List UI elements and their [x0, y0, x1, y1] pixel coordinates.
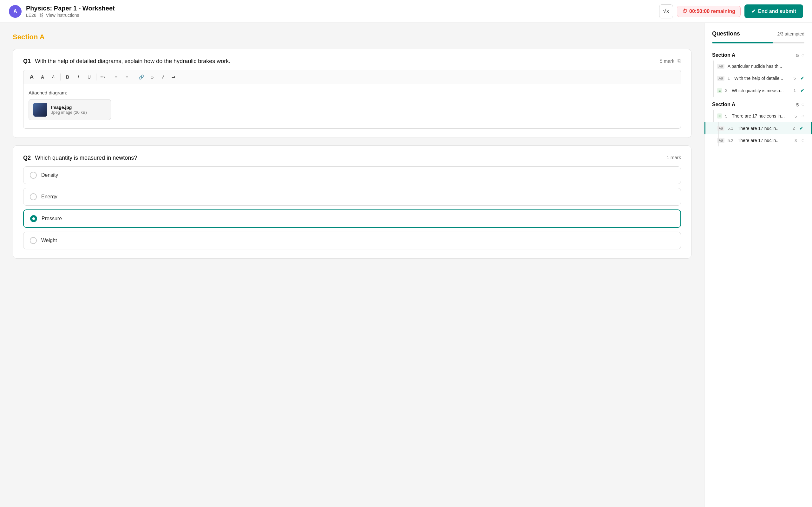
sidebar-item-q5-1-num: 5.1	[728, 126, 733, 130]
toolbar-bold[interactable]: B	[62, 72, 72, 82]
option-density-label: Density	[41, 172, 58, 178]
toolbar-math[interactable]: √	[158, 72, 168, 82]
sidebar-item-q2-status: ✔	[800, 88, 804, 94]
question-meta-q2: 1 mark	[666, 155, 681, 160]
sidebar-item-q5-num: 5	[725, 114, 727, 118]
toolbar-emoji[interactable]: ☺	[147, 72, 157, 82]
worksheet-code: LE28	[26, 13, 37, 18]
main-layout: Section A Q1 With the help of detailed d…	[0, 23, 812, 507]
toolbar-align-dropdown: ≡ ▾	[98, 73, 107, 81]
sidebar-item-q2-icon: ≡	[717, 88, 722, 93]
header-subtitle: LE28 ⛓ View instructions	[26, 13, 115, 18]
header-title-block: Physics: Paper 1 - Worksheet LE28 ⛓ View…	[26, 5, 115, 18]
option-energy[interactable]: Energy	[23, 188, 681, 206]
toolbar-font-medium[interactable]: A	[38, 72, 48, 82]
view-instructions-link[interactable]: View instructions	[46, 13, 79, 18]
sidebar-item-q2-num: 2	[725, 88, 727, 93]
toolbar-bullet-list[interactable]: ≡	[111, 72, 121, 82]
question-meta-q1: 5 mark ⧉	[660, 58, 681, 64]
sidebar-item-q5-1-status: ✔	[799, 125, 803, 131]
sidebar-item-nuclide-text: A particular nuclide has th...	[728, 64, 804, 69]
sidebar-section-a-2-label: Section A	[712, 102, 735, 107]
content-area: Section A Q1 With the help of detailed d…	[0, 23, 704, 507]
sidebar-item-q5-2-marks: 3	[795, 138, 797, 143]
editor-toolbar: A A A B I U ≡ ▾ ≡ ≡ 🔗 ☺ √ ⇌	[23, 70, 681, 84]
question-marks-q2: 1 mark	[666, 155, 681, 160]
sidebar-title: Questions	[712, 31, 740, 37]
image-thumb-visual	[33, 103, 47, 117]
sidebar-item-q1[interactable]: Aa 1 With the help of detaile... 5 ✔	[705, 72, 812, 84]
sidebar-item-q1-marks: 5	[794, 76, 796, 80]
sidebar-section-a-2-status: ○	[801, 102, 804, 107]
toolbar-align-btn[interactable]: ≡ ▾	[98, 73, 107, 81]
sidebar-section-a-2-marks: 5	[796, 102, 799, 107]
sidebar-progress-fill	[712, 42, 773, 43]
indent-line-q5	[713, 110, 714, 122]
toolbar-underline[interactable]: U	[84, 72, 94, 82]
toolbar-link[interactable]: 🔗	[136, 72, 146, 82]
sidebar-item-q5[interactable]: ≡ 5 There are 17 nucleons in... 5 ○	[705, 110, 812, 122]
sidebar-section-a-2: Section A 5 ○	[705, 99, 812, 110]
indent-line-q2	[713, 84, 714, 97]
option-density[interactable]: Density	[23, 166, 681, 184]
radio-energy	[30, 193, 37, 200]
question-card-q1: Q1 With the help of detailed diagrams, e…	[13, 49, 692, 138]
sidebar-section-a-1-label: Section A	[712, 52, 735, 58]
sidebar-item-q5-1[interactable]: Aa 5.1 There are 17 nuclin... 2 ✔	[705, 122, 812, 134]
question-header-q2: Q2 Which quantity is measured in newtons…	[23, 155, 681, 161]
sqrt-button[interactable]: √x	[659, 4, 673, 18]
editor-area-q1[interactable]: Attached diagram: Image.jpg Jpeg image (…	[23, 84, 681, 129]
radio-density	[30, 172, 37, 179]
sidebar-item-q2-marks: 1	[794, 88, 796, 93]
sidebar-item-q1-num: 1	[728, 76, 730, 80]
image-attachment: Image.jpg Jpeg image (20 kB)	[29, 99, 111, 120]
option-weight[interactable]: Weight	[23, 232, 681, 249]
toolbar-special[interactable]: ⇌	[168, 72, 179, 82]
sidebar-item-nuclide-icon: Aa	[717, 64, 724, 69]
question-marks-q1: 5 mark	[660, 58, 674, 64]
end-submit-button[interactable]: ✔ End and submit	[745, 4, 803, 18]
check-icon: ✔	[751, 8, 756, 14]
radio-weight	[30, 237, 37, 244]
sidebar-item-q5-2-text: There are 17 nuclin...	[738, 138, 792, 143]
image-thumbnail	[33, 103, 47, 117]
image-name: Image.jpg	[51, 105, 87, 110]
indent-line-q5-2	[718, 134, 719, 147]
question-title-q2: Q2 Which quantity is measured in newtons…	[23, 155, 137, 161]
option-pressure[interactable]: Pressure	[23, 210, 681, 228]
question-card-q2: Q2 Which quantity is measured in newtons…	[13, 146, 692, 259]
indent-line-q5-1	[718, 122, 719, 134]
sidebar-item-q2[interactable]: ≡ 2 Which quantity is measu... 1 ✔	[705, 84, 812, 97]
toolbar-font-large[interactable]: A	[27, 72, 37, 82]
sidebar-item-q5-icon: ≡	[717, 113, 722, 118]
mc-options-q2: Density Energy Pressure Weight	[23, 166, 681, 249]
toolbar-italic[interactable]: I	[73, 72, 84, 82]
sidebar-item-q5-2[interactable]: Aa 5.2 There are 17 nuclin... 3 ○	[705, 134, 812, 147]
option-energy-label: Energy	[41, 194, 57, 200]
image-info: Image.jpg Jpeg image (20 kB)	[51, 105, 87, 115]
sidebar-item-q5-marks: 5	[795, 114, 797, 118]
sidebar-item-q5-status: ○	[801, 113, 804, 119]
option-pressure-label: Pressure	[42, 216, 62, 222]
sidebar-item-q2-text: Which quantity is measu...	[732, 88, 791, 93]
toolbar-numbered-list[interactable]: ≡	[122, 72, 132, 82]
indent-line	[713, 60, 714, 72]
end-submit-label: End and submit	[758, 9, 796, 14]
sidebar-item-q5-1-marks: 2	[793, 126, 795, 130]
worksheet-title: Physics: Paper 1 - Worksheet	[26, 5, 115, 12]
sidebar-section-a-1: Section A 5 ○	[705, 50, 812, 60]
toolbar-divider-4	[134, 73, 134, 80]
timer-icon: ⏱	[682, 9, 687, 14]
question-num-q2: Q2	[23, 155, 31, 161]
toolbar-font-small[interactable]: A	[48, 72, 58, 82]
sidebar-attempted: 2/3 attempted	[777, 32, 804, 37]
question-title-q1: Q1 With the help of detailed diagrams, e…	[23, 58, 230, 65]
question-num-q1: Q1	[23, 58, 31, 64]
link-icon: ⛓	[39, 13, 44, 18]
timer-label: 00:50:00 remaining	[689, 9, 735, 14]
section-a-label: Section A	[13, 33, 692, 41]
header-right: √x ⏱ 00:50:00 remaining ✔ End and submit	[659, 4, 803, 18]
sidebar-item-q1-text: With the help of detaile...	[734, 76, 791, 81]
copy-icon[interactable]: ⧉	[677, 58, 681, 64]
sidebar-item-nuclide[interactable]: Aa A particular nuclide has th...	[705, 60, 812, 72]
